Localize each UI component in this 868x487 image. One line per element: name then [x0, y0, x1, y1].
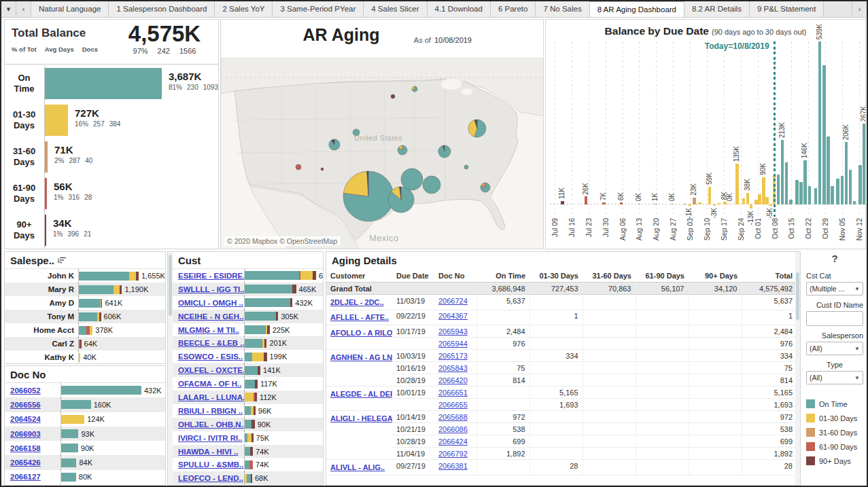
map-pie[interactable]	[391, 94, 395, 98]
stacked-bar[interactable]	[61, 429, 78, 438]
due-date-bar[interactable]	[758, 194, 761, 204]
cst-cat-dropdown[interactable]: (Multiple ... ▼	[806, 282, 863, 295]
map-pie-slice[interactable]	[401, 168, 423, 190]
due-date-bar[interactable]	[638, 204, 641, 205]
stacked-bar[interactable]	[245, 461, 253, 469]
cust-id-input[interactable]	[806, 311, 863, 326]
cust-link[interactable]: HIAWDA - HIVI ..	[173, 448, 244, 456]
cust-scrollbar[interactable]	[168, 252, 173, 485]
legend-item[interactable]: 90+ Days	[806, 454, 863, 468]
stacked-bar[interactable]	[245, 366, 260, 375]
bar-segment[interactable]	[254, 406, 255, 415]
aging-scrollbar[interactable]	[795, 252, 800, 485]
stacked-bar[interactable]	[61, 444, 78, 452]
due-date-bar[interactable]	[765, 197, 769, 204]
bar-segment[interactable]	[300, 271, 313, 280]
tab-4-sales-slicer[interactable]: 4 Sales Slicer	[364, 1, 427, 17]
due-date-bar[interactable]	[762, 177, 765, 204]
map-pie[interactable]	[296, 164, 301, 170]
bar-segment[interactable]	[61, 386, 141, 395]
stacked-bar[interactable]	[61, 400, 91, 409]
bar-segment[interactable]	[245, 406, 251, 415]
due-date-bar[interactable]	[827, 137, 830, 204]
customer-link[interactable]: AFLLEL - AFTE..	[330, 313, 389, 321]
due-date-bar[interactable]	[746, 193, 750, 204]
bar-segment[interactable]	[79, 272, 129, 281]
doc-no-link[interactable]: 2065943	[438, 327, 468, 336]
stacked-bar[interactable]	[245, 474, 252, 483]
due-date-bar[interactable]	[777, 175, 780, 205]
bar-segment[interactable]	[99, 312, 101, 321]
map-pie[interactable]	[423, 176, 440, 194]
due-date-bar[interactable]	[799, 182, 803, 204]
stacked-bar[interactable]	[79, 299, 102, 308]
tab-7-no-sales[interactable]: 7 No Sales	[536, 1, 589, 17]
bucket-bar[interactable]	[45, 105, 68, 136]
bar-segment[interactable]	[267, 325, 270, 334]
bar-segment[interactable]	[251, 420, 254, 429]
map-pie[interactable]	[412, 86, 417, 92]
bar-segment[interactable]	[61, 400, 91, 409]
bar-segment[interactable]	[245, 393, 254, 401]
due-date-bar[interactable]	[803, 160, 807, 204]
aging-col-header[interactable]: Total	[742, 270, 797, 283]
bar-segment[interactable]	[61, 415, 84, 424]
aging-col-header[interactable]: Doc No	[434, 270, 476, 283]
tab-natural-language[interactable]: Natural Language	[31, 1, 109, 17]
next-sheet-icon[interactable]: ›	[852, 1, 867, 17]
due-date-bar[interactable]	[814, 188, 818, 205]
bar-segment[interactable]	[245, 271, 299, 280]
bar-segment[interactable]	[264, 353, 267, 361]
map-pie-slice[interactable]	[296, 164, 301, 170]
cust-link[interactable]: RBIULI - RBIGN ..	[173, 407, 244, 415]
cust-link[interactable]: IVIRCI - IVITR RI..	[173, 434, 244, 442]
due-date-bar[interactable]	[684, 204, 687, 205]
bar-segment[interactable]	[101, 299, 102, 308]
stacked-bar[interactable]	[245, 353, 267, 361]
due-date-bar[interactable]	[688, 204, 691, 206]
bar-segment[interactable]	[276, 312, 279, 321]
bar-segment[interactable]	[79, 312, 97, 321]
stacked-bar[interactable]	[61, 386, 141, 395]
stacked-bar[interactable]	[79, 353, 80, 362]
cust-link[interactable]: ESEIRE - ESIDRE..	[173, 272, 244, 280]
map-pie[interactable]	[388, 187, 414, 213]
cust-link[interactable]: LALARL - LLUNA..	[173, 393, 244, 401]
due-date-bar[interactable]	[831, 186, 834, 204]
stacked-bar[interactable]	[61, 415, 84, 424]
doc-no-link[interactable]: 2066903	[5, 430, 60, 438]
stacked-bar[interactable]	[245, 298, 292, 307]
help-icon[interactable]: ?	[806, 253, 863, 266]
cust-link[interactable]: NCEIHE - N GEH..	[173, 312, 244, 321]
bar-segment[interactable]	[264, 339, 267, 348]
doc-no-link[interactable]: 2064367	[438, 312, 468, 320]
tab-8-ar-aging-dashboard[interactable]: 8 AR Aging Dashboard	[590, 1, 684, 17]
doc-no-link[interactable]: 2066792	[438, 450, 468, 458]
bar-segment[interactable]	[79, 353, 80, 362]
cust-link[interactable]: MLGMIG - M TII..	[173, 326, 244, 334]
customer-link[interactable]: ALIGLI - HELEGATHRY L	[330, 414, 392, 422]
bar-segment[interactable]	[252, 353, 263, 361]
cust-link[interactable]: OXLFEL - OXCTE..	[173, 366, 244, 374]
stacked-bar[interactable]	[79, 312, 101, 321]
doc-no-link[interactable]: 2066127	[5, 473, 60, 481]
due-date-bar[interactable]	[808, 186, 812, 204]
tab-2-sales-yoy[interactable]: 2 Sales YoY	[215, 1, 273, 17]
bar-segment[interactable]	[136, 272, 139, 281]
tab-3-same-period-pyear[interactable]: 3 Same-Period PYear	[273, 1, 364, 17]
stacked-bar[interactable]	[79, 326, 92, 335]
doc-no-link[interactable]: 2066651	[438, 389, 468, 397]
due-date-bar[interactable]	[789, 200, 793, 204]
map-pie[interactable]	[321, 168, 324, 170]
sort-icon[interactable]	[58, 257, 66, 264]
due-date-bar[interactable]	[735, 164, 739, 204]
stacked-bar[interactable]	[245, 312, 278, 321]
stacked-bar[interactable]	[61, 473, 76, 482]
prev-sheet-icon[interactable]: ‹	[16, 1, 31, 17]
doc-no-link[interactable]: 2066420	[438, 376, 468, 384]
due-date-bar[interactable]	[853, 201, 856, 204]
due-date-bar[interactable]	[713, 204, 716, 206]
tab-4-1-download[interactable]: 4.1 Download	[428, 1, 491, 17]
bar-segment[interactable]	[245, 312, 276, 321]
bar-segment[interactable]	[245, 380, 255, 389]
